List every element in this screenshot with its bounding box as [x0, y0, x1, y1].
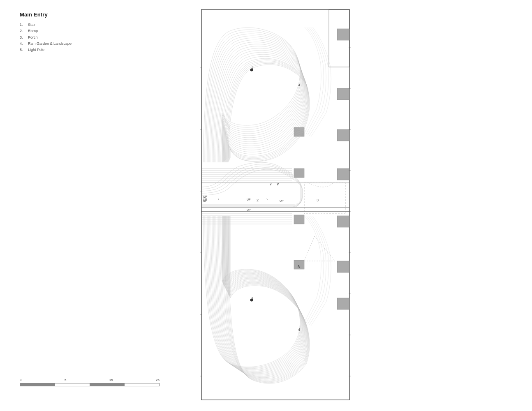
label-4-lower: 4: [298, 328, 300, 332]
scale-bar: 0 5 15 25: [20, 378, 160, 386]
scale-graphic: [20, 383, 160, 386]
svg-rect-4: [337, 129, 349, 141]
legend-list: 1. Stair 2. Ramp 3. Porch 4. Rain Garden…: [20, 22, 72, 53]
legend-item-5: 5. Light Pole: [20, 47, 72, 53]
svg-rect-8: [337, 298, 349, 309]
plan-svg: UP UP UP › ∨ ∧ 4 4 3 2 5 5 UP UP UP › ›: [197, 6, 358, 403]
svg-text:›: ›: [266, 197, 268, 201]
label-5-lower: 5: [252, 296, 253, 299]
up-label-3: UP: [203, 195, 207, 198]
up-label-2: UP: [280, 199, 284, 202]
svg-text:∧: ∧: [297, 264, 300, 268]
svg-text:›: ›: [218, 197, 219, 201]
svg-text:∨: ∨: [269, 182, 272, 186]
svg-rect-3: [337, 88, 349, 100]
legend-item-3: 3. Porch: [20, 35, 72, 41]
legend-title: Main Entry: [20, 12, 72, 18]
svg-text:UP: UP: [247, 198, 251, 201]
svg-marker-33: [304, 236, 335, 261]
label-2: 2: [257, 198, 259, 202]
page: Main Entry 1. Stair 2. Ramp 3. Porch 4. …: [0, 0, 532, 411]
legend-item-1: 1. Stair: [20, 22, 72, 28]
svg-text:UP: UP: [203, 198, 207, 201]
svg-rect-10: [294, 169, 304, 178]
scale-labels: 0 5 15 25: [20, 378, 160, 382]
label-4-upper: 4: [298, 83, 300, 87]
floor-plan: UP UP UP › ∨ ∧ 4 4 3 2 5 5 UP UP UP › ›: [197, 6, 358, 403]
svg-text:UP: UP: [247, 208, 251, 211]
svg-rect-6: [337, 216, 349, 227]
legend-item-2: 2. Ramp: [20, 28, 72, 34]
svg-rect-2: [337, 29, 349, 40]
label-5-upper: 5: [252, 66, 253, 69]
legend-item-4: 4. Rain Garden & Landscape: [20, 41, 72, 47]
svg-rect-5: [337, 169, 349, 180]
svg-rect-32: [304, 183, 345, 214]
svg-rect-7: [337, 261, 349, 272]
svg-text:∨: ∨: [276, 182, 279, 186]
label-3: 3: [317, 198, 319, 202]
legend: Main Entry 1. Stair 2. Ramp 3. Porch 4. …: [20, 12, 72, 53]
svg-rect-11: [294, 215, 304, 224]
